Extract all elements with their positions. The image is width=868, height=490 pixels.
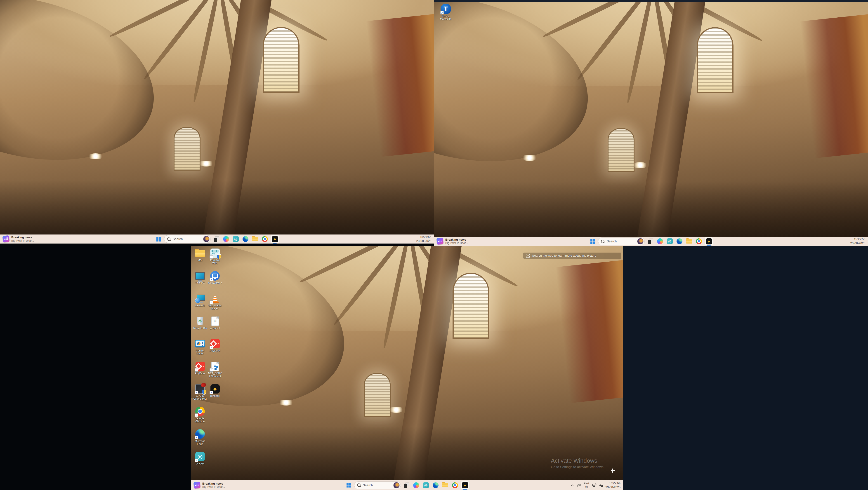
clock[interactable]: 15:27:56 23-08-2025 <box>606 481 621 489</box>
search-box[interactable] <box>354 482 401 489</box>
desktop-icon-anydesk[interactable]: ›› AnyDesk <box>193 361 207 384</box>
start-button[interactable] <box>589 237 596 245</box>
spotlight-more-button[interactable]: ··· <box>614 254 619 258</box>
shortcut-arrow-icon <box>210 300 213 304</box>
chrome-button[interactable] <box>261 235 269 243</box>
task-view-button[interactable] <box>646 237 654 246</box>
desktop-icon-network[interactable]: Network <box>193 293 207 316</box>
edge-icon <box>243 236 248 242</box>
desktop-icon-okam[interactable]: ◎ O-KAM <box>193 451 207 474</box>
search-input[interactable] <box>606 239 630 243</box>
shortcut-arrow-icon <box>195 391 198 394</box>
chrome-icon <box>452 482 458 488</box>
search-input[interactable] <box>362 483 386 487</box>
search-box[interactable] <box>598 237 645 245</box>
clock-date: 23-08-2025 <box>416 239 432 243</box>
task-view-button[interactable] <box>402 481 410 489</box>
uac-shield-icon <box>202 390 206 395</box>
file-explorer-button[interactable] <box>251 235 259 243</box>
chrome-button[interactable] <box>695 237 703 246</box>
binance-icon: ◆ <box>272 236 278 242</box>
task-view-icon <box>214 236 219 242</box>
edge-button[interactable] <box>432 481 440 489</box>
task-view-icon <box>648 238 653 244</box>
start-button[interactable] <box>345 482 352 489</box>
desktop-icon-edge[interactable]: Microsoft Edge <box>193 429 207 451</box>
bing-daily-image-icon <box>393 482 400 488</box>
computer-icon <box>195 272 205 280</box>
desktop-icon-ultraviewer[interactable]: UltraViewer <box>208 271 222 293</box>
chrome-button[interactable] <box>451 481 459 489</box>
shortcut-arrow-icon <box>195 459 198 462</box>
spotlight-search-bar[interactable]: Search the web to learn more about this … <box>523 253 621 259</box>
spotlight-camera-icon[interactable] <box>613 470 618 476</box>
binance-icon: ◆ <box>462 482 468 488</box>
desktop-icon-control-panel[interactable]: Control Panel <box>193 338 207 361</box>
desktop-icon-msi[interactable]: MSI <box>193 248 207 271</box>
edge-button[interactable] <box>675 237 684 246</box>
start-button[interactable] <box>155 235 162 243</box>
copilot-button[interactable] <box>222 235 230 243</box>
typing-master-icon <box>440 4 451 14</box>
desktop-icon-chrome[interactable]: Google Chrome <box>193 406 207 429</box>
shortcut-arrow-icon <box>195 414 198 417</box>
onedrive-icon[interactable] <box>577 484 581 487</box>
screen-gap-left <box>0 243 191 490</box>
language-indicator[interactable]: ENG IN <box>584 482 590 488</box>
binance-icon: ◆ <box>706 238 712 244</box>
desktop-icon-grid: MSI This PC Network ♻ Recycle Bin Contro… <box>193 248 222 474</box>
bing-daily-image-icon <box>637 238 644 244</box>
binance-button[interactable]: ◆ <box>705 237 713 246</box>
okam-button[interactable]: ◎ <box>422 481 430 489</box>
desktop-icon-anydesk-2[interactable]: ›› AnyDesk <box>208 338 222 361</box>
desktop-icon-this-pc[interactable]: This PC <box>193 271 207 293</box>
desktop-icon-net-serv2[interactable]: NET_SERV2 Shortcut <box>208 361 222 384</box>
widgets-button[interactable]: Breaking news Big Twist In Dhar... <box>437 238 468 244</box>
task-view-button[interactable] <box>212 235 220 243</box>
news-icon <box>193 482 201 489</box>
desktop-icon-portable-wifi[interactable]: Portable WiFi <box>208 248 222 271</box>
shortcut-arrow-icon <box>210 368 213 371</box>
chrome-icon <box>696 238 702 244</box>
widgets-button[interactable]: Breaking news Big Twist In Dhar... <box>194 482 225 489</box>
okam-icon: ◎ <box>423 482 429 488</box>
tray-chevron-up-icon[interactable] <box>571 484 574 486</box>
desktop-icon-vlc[interactable]: VLC media player <box>208 293 222 316</box>
folder-icon <box>195 250 205 257</box>
widgets-button[interactable]: Breaking news Big Twist In Dhar... <box>3 236 34 242</box>
okam-button[interactable]: ◎ <box>666 237 674 246</box>
binance-button[interactable]: ◆ <box>271 235 279 243</box>
clock[interactable]: 15:27:56 23-08-2025 <box>416 235 434 243</box>
binance-button[interactable]: ◆ <box>461 481 469 490</box>
network-icon[interactable] <box>592 484 596 487</box>
windows-logo-icon <box>346 483 351 488</box>
file-explorer-button[interactable] <box>685 237 693 246</box>
shortcut-arrow-icon <box>210 255 213 259</box>
desktop-icon-typing-master[interactable]: Typing Master 11 <box>437 4 454 21</box>
clock[interactable]: 15:27:56 23-08-2025 <box>850 237 868 246</box>
search-icon <box>167 237 170 241</box>
desktop-icon-recycle-bin[interactable]: ♻ Recycle Bin <box>193 316 207 338</box>
news-subtitle: Big Twist In Dhar... <box>11 239 34 242</box>
file-explorer-button[interactable] <box>441 481 450 489</box>
copilot-button[interactable] <box>412 481 420 489</box>
search-box[interactable] <box>164 235 211 243</box>
copilot-button[interactable] <box>656 237 664 246</box>
copilot-icon <box>223 236 229 242</box>
chrome-icon <box>262 236 268 242</box>
volume-muted-icon[interactable] <box>599 484 603 487</box>
search-input[interactable] <box>172 237 196 241</box>
desktop-icon-binance[interactable]: ◆ Binance <box>208 384 222 406</box>
folder-icon <box>442 483 448 487</box>
desktop-icon-gcapi[interactable]: ⚙ gcapi.dll <box>208 316 222 338</box>
windows-logo-icon <box>590 239 595 244</box>
monitor-bottom-primary: Search the web to learn more about this … <box>191 246 623 490</box>
okam-button[interactable]: ◎ <box>232 235 240 243</box>
hidden-titlebar-strip <box>434 0 868 2</box>
desktop-icon-cpuz[interactable]: CPUID CPU-Z MSI <box>193 384 207 406</box>
shortcut-arrow-icon <box>195 368 198 371</box>
globe-icon <box>195 298 200 303</box>
shortcut-arrow-icon <box>440 11 444 14</box>
dll-file-icon: ⚙ <box>211 317 219 326</box>
edge-button[interactable] <box>241 235 250 243</box>
